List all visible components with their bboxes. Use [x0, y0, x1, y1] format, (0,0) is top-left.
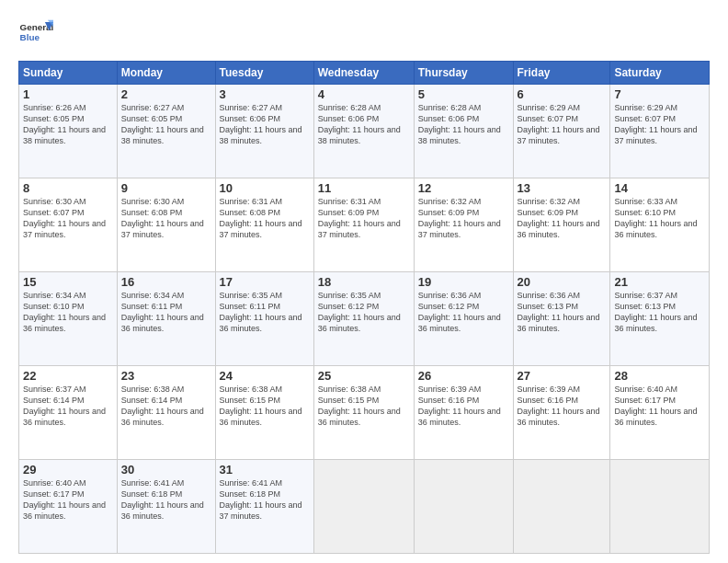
calendar-cell: 4 Sunrise: 6:28 AMSunset: 6:06 PMDayligh… [313, 85, 414, 178]
cell-info: Sunrise: 6:28 AMSunset: 6:06 PMDaylight:… [318, 102, 410, 147]
calendar-cell: 21 Sunrise: 6:37 AMSunset: 6:13 PMDaylig… [610, 272, 710, 366]
calendar-cell: 20 Sunrise: 6:36 AMSunset: 6:13 PMDaylig… [513, 272, 610, 366]
header: General Blue [18, 17, 710, 52]
cell-info: Sunrise: 6:31 AMSunset: 6:09 PMDaylight:… [318, 196, 410, 241]
weekday-header: Monday [117, 62, 215, 85]
cell-info: Sunrise: 6:40 AMSunset: 6:17 PMDaylight:… [23, 477, 113, 523]
cell-info: Sunrise: 6:28 AMSunset: 6:06 PMDaylight:… [418, 102, 509, 147]
calendar-cell: 22 Sunrise: 6:37 AMSunset: 6:14 PMDaylig… [19, 366, 118, 460]
calendar-cell: 14 Sunrise: 6:33 AMSunset: 6:10 PMDaylig… [610, 178, 710, 272]
cell-info: Sunrise: 6:29 AMSunset: 6:07 PMDaylight:… [614, 102, 705, 147]
cell-info: Sunrise: 6:35 AMSunset: 6:12 PMDaylight:… [318, 290, 410, 335]
day-number: 28 [614, 369, 705, 383]
cell-info: Sunrise: 6:39 AMSunset: 6:16 PMDaylight:… [518, 384, 607, 429]
day-number: 3 [220, 87, 310, 101]
calendar-cell [313, 460, 414, 554]
calendar-cell: 27 Sunrise: 6:39 AMSunset: 6:16 PMDaylig… [513, 366, 610, 460]
calendar-week-row: 15 Sunrise: 6:34 AMSunset: 6:10 PMDaylig… [19, 272, 710, 366]
calendar-cell: 15 Sunrise: 6:34 AMSunset: 6:10 PMDaylig… [19, 272, 118, 366]
calendar-cell [610, 460, 710, 554]
day-number: 1 [23, 87, 113, 101]
weekday-header: Sunday [19, 62, 118, 85]
day-number: 24 [220, 369, 310, 383]
calendar-week-row: 22 Sunrise: 6:37 AMSunset: 6:14 PMDaylig… [19, 366, 710, 460]
cell-info: Sunrise: 6:30 AMSunset: 6:07 PMDaylight:… [23, 196, 113, 241]
day-number: 14 [614, 181, 705, 195]
calendar-cell: 7 Sunrise: 6:29 AMSunset: 6:07 PMDayligh… [610, 85, 710, 178]
logo-icon: General Blue [18, 17, 53, 52]
day-number: 19 [418, 275, 509, 289]
calendar-week-row: 29 Sunrise: 6:40 AMSunset: 6:17 PMDaylig… [19, 460, 710, 554]
cell-info: Sunrise: 6:37 AMSunset: 6:13 PMDaylight:… [614, 290, 705, 335]
cell-info: Sunrise: 6:30 AMSunset: 6:08 PMDaylight:… [121, 196, 211, 241]
calendar-cell: 19 Sunrise: 6:36 AMSunset: 6:12 PMDaylig… [414, 272, 513, 366]
day-number: 4 [318, 87, 410, 101]
cell-info: Sunrise: 6:41 AMSunset: 6:18 PMDaylight:… [121, 477, 211, 523]
calendar-cell: 30 Sunrise: 6:41 AMSunset: 6:18 PMDaylig… [117, 460, 215, 554]
weekday-header: Thursday [414, 62, 513, 85]
calendar-cell: 26 Sunrise: 6:39 AMSunset: 6:16 PMDaylig… [414, 366, 513, 460]
calendar-week-row: 1 Sunrise: 6:26 AMSunset: 6:05 PMDayligh… [19, 85, 710, 178]
cell-info: Sunrise: 6:34 AMSunset: 6:11 PMDaylight:… [121, 290, 211, 335]
cell-info: Sunrise: 6:38 AMSunset: 6:15 PMDaylight:… [318, 384, 410, 429]
day-number: 30 [121, 463, 211, 477]
calendar-cell: 2 Sunrise: 6:27 AMSunset: 6:05 PMDayligh… [117, 85, 215, 178]
calendar-cell: 24 Sunrise: 6:38 AMSunset: 6:15 PMDaylig… [215, 366, 313, 460]
cell-info: Sunrise: 6:27 AMSunset: 6:05 PMDaylight:… [121, 102, 211, 147]
day-number: 21 [614, 275, 705, 289]
calendar-cell: 11 Sunrise: 6:31 AMSunset: 6:09 PMDaylig… [313, 178, 414, 272]
cell-info: Sunrise: 6:36 AMSunset: 6:12 PMDaylight:… [418, 290, 509, 335]
cell-info: Sunrise: 6:37 AMSunset: 6:14 PMDaylight:… [23, 384, 113, 429]
weekday-header: Friday [513, 62, 610, 85]
calendar-cell: 31 Sunrise: 6:41 AMSunset: 6:18 PMDaylig… [215, 460, 313, 554]
day-number: 18 [318, 275, 410, 289]
calendar-table: SundayMondayTuesdayWednesdayThursdayFrid… [18, 61, 710, 554]
cell-info: Sunrise: 6:38 AMSunset: 6:14 PMDaylight:… [121, 384, 211, 429]
calendar-cell: 18 Sunrise: 6:35 AMSunset: 6:12 PMDaylig… [313, 272, 414, 366]
day-number: 22 [23, 369, 113, 383]
day-number: 23 [121, 369, 211, 383]
calendar-week-row: 8 Sunrise: 6:30 AMSunset: 6:07 PMDayligh… [19, 178, 710, 272]
calendar-cell: 16 Sunrise: 6:34 AMSunset: 6:11 PMDaylig… [117, 272, 215, 366]
calendar-cell: 13 Sunrise: 6:32 AMSunset: 6:09 PMDaylig… [513, 178, 610, 272]
day-number: 6 [518, 87, 607, 101]
calendar-cell: 17 Sunrise: 6:35 AMSunset: 6:11 PMDaylig… [215, 272, 313, 366]
cell-info: Sunrise: 6:29 AMSunset: 6:07 PMDaylight:… [518, 102, 607, 147]
day-number: 20 [518, 275, 607, 289]
day-number: 15 [23, 275, 113, 289]
day-number: 27 [518, 369, 607, 383]
calendar-cell: 10 Sunrise: 6:31 AMSunset: 6:08 PMDaylig… [215, 178, 313, 272]
calendar-cell: 28 Sunrise: 6:40 AMSunset: 6:17 PMDaylig… [610, 366, 710, 460]
calendar-cell: 3 Sunrise: 6:27 AMSunset: 6:06 PMDayligh… [215, 85, 313, 178]
cell-info: Sunrise: 6:27 AMSunset: 6:06 PMDaylight:… [220, 102, 310, 147]
calendar-cell: 6 Sunrise: 6:29 AMSunset: 6:07 PMDayligh… [513, 85, 610, 178]
cell-info: Sunrise: 6:36 AMSunset: 6:13 PMDaylight:… [518, 290, 607, 335]
day-number: 12 [418, 181, 509, 195]
cell-info: Sunrise: 6:33 AMSunset: 6:10 PMDaylight:… [614, 196, 705, 241]
weekday-header: Tuesday [215, 62, 313, 85]
cell-info: Sunrise: 6:32 AMSunset: 6:09 PMDaylight:… [418, 196, 509, 241]
svg-text:Blue: Blue [20, 32, 40, 42]
weekday-header: Saturday [610, 62, 710, 85]
calendar-cell: 12 Sunrise: 6:32 AMSunset: 6:09 PMDaylig… [414, 178, 513, 272]
calendar-cell: 1 Sunrise: 6:26 AMSunset: 6:05 PMDayligh… [19, 85, 118, 178]
calendar-cell: 23 Sunrise: 6:38 AMSunset: 6:14 PMDaylig… [117, 366, 215, 460]
day-number: 25 [318, 369, 410, 383]
day-number: 29 [23, 463, 113, 477]
cell-info: Sunrise: 6:39 AMSunset: 6:16 PMDaylight:… [418, 384, 509, 429]
cell-info: Sunrise: 6:35 AMSunset: 6:11 PMDaylight:… [220, 290, 310, 335]
day-number: 9 [121, 181, 211, 195]
day-number: 2 [121, 87, 211, 101]
weekday-header: Wednesday [313, 62, 414, 85]
calendar-cell: 8 Sunrise: 6:30 AMSunset: 6:07 PMDayligh… [19, 178, 118, 272]
calendar-cell [414, 460, 513, 554]
cell-info: Sunrise: 6:40 AMSunset: 6:17 PMDaylight:… [614, 384, 705, 429]
calendar-cell: 9 Sunrise: 6:30 AMSunset: 6:08 PMDayligh… [117, 178, 215, 272]
cell-info: Sunrise: 6:41 AMSunset: 6:18 PMDaylight:… [220, 477, 310, 523]
day-number: 5 [418, 87, 509, 101]
day-number: 26 [418, 369, 509, 383]
day-number: 7 [614, 87, 705, 101]
page: General Blue SundayMondayTuesdayWednesda… [0, 0, 728, 563]
calendar-cell: 29 Sunrise: 6:40 AMSunset: 6:17 PMDaylig… [19, 460, 118, 554]
cell-info: Sunrise: 6:31 AMSunset: 6:08 PMDaylight:… [220, 196, 310, 241]
